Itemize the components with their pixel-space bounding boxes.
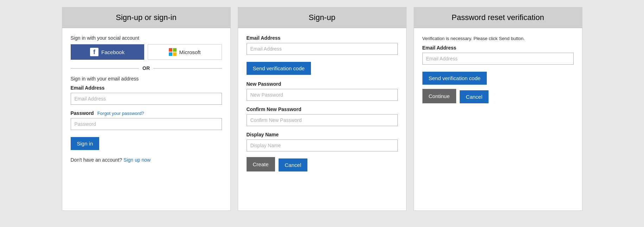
signup-email-field-group: Email Address <box>247 35 398 55</box>
confirm-password-label: Confirm New Password <box>247 106 398 112</box>
divider-line-left <box>71 68 139 69</box>
facebook-button[interactable]: f Facebook <box>71 44 144 60</box>
display-name-field-group: Display Name <box>247 132 398 151</box>
microsoft-label: Microsoft <box>179 49 201 55</box>
facebook-icon: f <box>90 48 98 56</box>
reset-send-code-button[interactable]: Send verification code <box>422 72 487 85</box>
reset-cancel-button[interactable]: Cancel <box>460 90 489 103</box>
microsoft-icon <box>169 48 177 56</box>
signup-now-link[interactable]: Sign up now <box>123 157 151 163</box>
microsoft-button[interactable]: Microsoft <box>148 44 222 60</box>
reset-email-input[interactable] <box>422 53 574 65</box>
reset-panel: Password reset verification Verification… <box>414 7 582 211</box>
divider-text: OR <box>142 65 150 71</box>
signin-panel-title: Sign-up or sign-in <box>62 7 230 28</box>
email-field-group: Email Address <box>71 85 222 105</box>
no-account-text: Don't have an account? Sign up now <box>71 157 222 163</box>
verification-info-text: Verification is necessary. Please click … <box>422 35 574 42</box>
social-section-label: Sign in with your social account <box>71 35 222 41</box>
signup-panel-title: Sign-up <box>238 7 406 28</box>
signin-panel: Sign-up or sign-in Sign in with your soc… <box>62 7 231 211</box>
new-password-label: New Password <box>247 81 398 87</box>
reset-panel-title: Password reset verification <box>414 7 582 28</box>
send-code-button[interactable]: Send verification code <box>247 62 311 75</box>
password-field-group: Password Forgot your password? <box>71 110 222 130</box>
divider-line-right <box>153 68 222 69</box>
signup-cancel-button[interactable]: Cancel <box>279 158 308 171</box>
or-divider: OR <box>71 65 222 71</box>
confirm-password-input[interactable] <box>247 114 398 126</box>
password-label-row: Password Forgot your password? <box>71 110 222 116</box>
reset-action-row: Continue Cancel <box>422 89 574 103</box>
social-buttons-row: f Facebook Microsoft <box>71 44 222 60</box>
reset-email-field-group: Email Address <box>422 45 574 65</box>
display-name-label: Display Name <box>247 132 398 137</box>
continue-button[interactable]: Continue <box>422 89 456 103</box>
facebook-label: Facebook <box>101 49 125 55</box>
signup-panel: Sign-up Email Address Send verification … <box>238 7 407 211</box>
signup-action-row: Create Cancel <box>247 157 398 171</box>
create-button[interactable]: Create <box>247 157 275 171</box>
email-input[interactable] <box>71 93 222 105</box>
new-password-field-group: New Password <box>247 81 398 101</box>
password-input[interactable] <box>71 118 222 130</box>
email-section-label: Sign in with your email address <box>71 76 222 82</box>
confirm-password-field-group: Confirm New Password <box>247 106 398 126</box>
signin-button[interactable]: Sign in <box>71 137 100 150</box>
reset-email-label: Email Address <box>422 45 574 51</box>
signup-email-input[interactable] <box>247 43 398 55</box>
display-name-input[interactable] <box>247 140 398 151</box>
email-label: Email Address <box>71 85 222 91</box>
new-password-input[interactable] <box>247 89 398 101</box>
signup-email-label: Email Address <box>247 35 398 41</box>
forgot-password-link[interactable]: Forgot your password? <box>97 111 144 116</box>
password-label: Password <box>71 110 94 116</box>
